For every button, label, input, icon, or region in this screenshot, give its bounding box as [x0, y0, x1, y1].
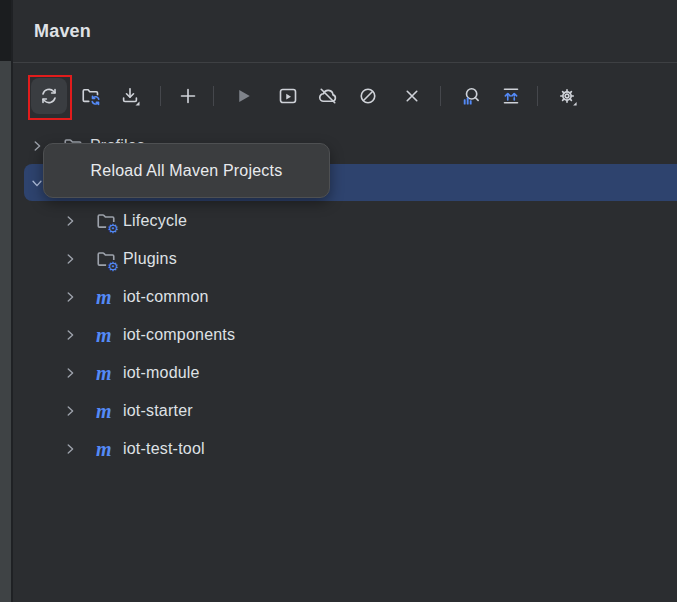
magnifier-bars-icon — [460, 86, 480, 106]
run-button[interactable] — [225, 78, 261, 114]
plus-icon — [178, 86, 198, 106]
add-maven-project-button[interactable] — [170, 78, 206, 114]
chevron-right-icon[interactable] — [63, 251, 77, 267]
editor-edge — [0, 0, 11, 61]
maven-module-icon: m — [96, 325, 116, 345]
maven-module-icon: m — [96, 363, 116, 383]
settings-button[interactable] — [549, 78, 585, 114]
reload-button[interactable] — [31, 78, 67, 114]
circle-slash-icon — [358, 86, 378, 106]
tree-item-label: iot-test-tool — [123, 440, 205, 458]
tree-row-lifecycle[interactable]: ⚙ Lifecycle — [13, 202, 677, 240]
maven-module-icon: m — [96, 439, 116, 459]
tree-row-iot-module[interactable]: m iot-module — [13, 354, 677, 392]
tree-item-label: iot-starter — [123, 402, 193, 420]
folder-gear-icon: ⚙ — [96, 249, 116, 269]
toggle-offline-button[interactable] — [310, 78, 346, 114]
tree-row-iot-starter[interactable]: m iot-starter — [13, 392, 677, 430]
folder-gear-icon: ⚙ — [96, 211, 116, 231]
chevron-down-icon[interactable] — [30, 175, 44, 191]
panel-edge-strip — [0, 0, 11, 602]
tooltip: Reload All Maven Projects — [43, 143, 330, 198]
toolbar-separator — [160, 86, 161, 106]
mute-button[interactable] — [394, 78, 430, 114]
tree-item-label: iot-common — [123, 288, 209, 306]
dependency-analyzer-button[interactable] — [452, 78, 488, 114]
tree-item-label: Plugins — [123, 250, 177, 268]
tree-item-label: iot-components — [123, 326, 235, 344]
maven-module-icon: m — [96, 401, 116, 421]
execute-maven-goal-button[interactable] — [270, 78, 306, 114]
reload-icon — [39, 86, 59, 106]
generate-sources-button[interactable] — [73, 78, 109, 114]
tool-window-header: Maven — [13, 0, 677, 63]
chevron-right-icon[interactable] — [63, 441, 77, 457]
maven-project-tree: Profiles ⚙ Lifecycle — [13, 127, 677, 602]
tree-item-label: Lifecycle — [123, 212, 187, 230]
tooltip-text: Reload All Maven Projects — [91, 162, 283, 180]
panel-title: Maven — [34, 0, 91, 62]
folder-sync-icon — [81, 86, 101, 106]
tree-row-iot-test-tool[interactable]: m iot-test-tool — [13, 430, 677, 468]
tree-row-iot-common[interactable]: m iot-common — [13, 278, 677, 316]
chevron-right-icon[interactable] — [63, 289, 77, 305]
x-icon — [402, 86, 422, 106]
collapse-all-button[interactable] — [493, 78, 529, 114]
download-sources-button[interactable] — [112, 78, 148, 114]
run-box-icon — [278, 86, 298, 106]
cloud-slash-icon — [318, 86, 338, 106]
chevron-right-icon[interactable] — [63, 403, 77, 419]
gear-badge-icon: ⚙ — [106, 222, 120, 235]
maven-module-icon: m — [96, 287, 116, 307]
tree-row-iot-components[interactable]: m iot-components — [13, 316, 677, 354]
chevron-right-icon[interactable] — [63, 213, 77, 229]
maven-tool-window: Maven — [0, 0, 677, 602]
toolbar-separator — [213, 86, 214, 106]
chevron-right-icon[interactable] — [30, 138, 44, 154]
chevron-right-icon[interactable] — [63, 327, 77, 343]
toolbar-separator — [537, 86, 538, 106]
double-up-arrow-icon — [501, 86, 521, 106]
gear-badge-icon: ⚙ — [106, 260, 120, 273]
download-icon — [120, 86, 140, 106]
toolbar-separator — [440, 86, 441, 106]
skip-tests-button[interactable] — [350, 78, 386, 114]
play-icon — [233, 86, 253, 106]
tree-item-label: iot-module — [123, 364, 200, 382]
gear-icon — [557, 86, 577, 106]
chevron-right-icon[interactable] — [63, 365, 77, 381]
tree-row-plugins[interactable]: ⚙ Plugins — [13, 240, 677, 278]
